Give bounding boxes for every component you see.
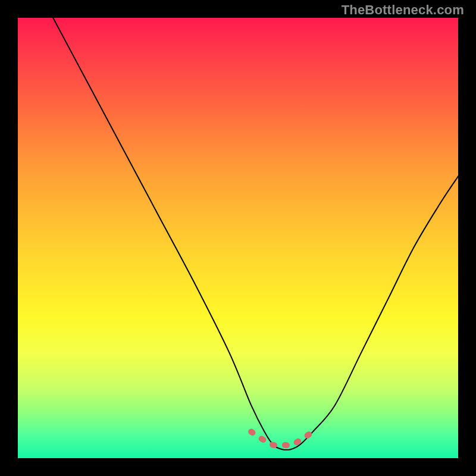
chart-overlay: [18, 18, 458, 458]
bottleneck-curve-path: [53, 18, 458, 450]
chart-frame: TheBottleneck.com: [0, 0, 476, 476]
watermark-text: TheBottleneck.com: [342, 2, 464, 18]
optimal-band-path: [251, 432, 313, 446]
